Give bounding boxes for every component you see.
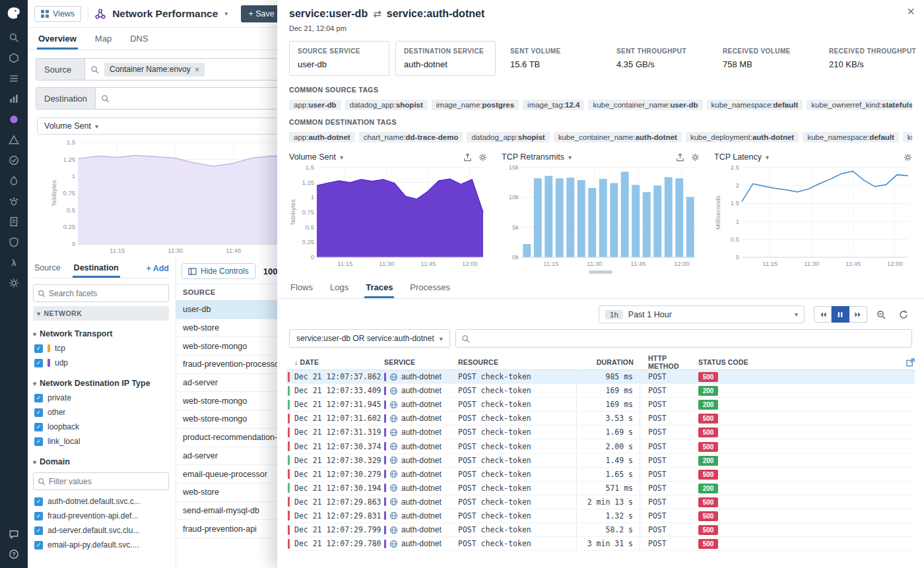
tag-pill[interactable]: app:auth-dotnet — [289, 132, 355, 142]
source-service-link[interactable]: service:user-db — [289, 8, 368, 20]
facet-tab[interactable]: Source — [33, 259, 62, 278]
filter-tag-container-name-envoy[interactable]: Container Name:envoy × — [104, 63, 205, 77]
trace-service[interactable]: auth-dotnet — [401, 442, 442, 451]
add-facet-button[interactable]: + Add — [146, 264, 169, 273]
checkbox-checked[interactable]: ✓ — [34, 497, 43, 506]
tag-pill[interactable]: kube_ownerref_kind:statefulset — [807, 100, 912, 110]
column-http-method[interactable]: HTTP METHOD — [640, 354, 698, 370]
facet-search[interactable] — [33, 284, 169, 302]
tag-pill[interactable]: image_name:postgres — [432, 100, 519, 110]
checkbox-checked[interactable]: ✓ — [34, 512, 43, 521]
trace-row[interactable]: Dec 21 12:07:30.194 auth-dotnet POST che… — [286, 482, 915, 495]
panel-tab[interactable]: Processes — [409, 276, 451, 298]
chevron-down-icon[interactable]: ▾ — [340, 154, 343, 161]
views-button[interactable]: Views — [34, 6, 81, 22]
trace-row[interactable]: Dec 21 12:07:31.602 auth-dotnet POST che… — [286, 412, 915, 426]
checkbox-checked[interactable]: ✓ — [34, 423, 43, 431]
facet-group-header[interactable]: ▾ Network Transport — [33, 329, 169, 338]
open-in-new-icon[interactable] — [906, 358, 915, 367]
facet-item[interactable]: ✓ ad-server.default.svc.clu... — [34, 523, 169, 538]
trace-service[interactable]: auth-dotnet — [401, 372, 442, 381]
chevron-down-icon[interactable]: ▾ — [766, 154, 769, 161]
tcp-latency-chart[interactable]: 2.521.510.5011:1511:3011:4512:00Millisec… — [714, 164, 912, 268]
trace-row[interactable]: Dec 21 12:07:29.831 auth-dotnet POST che… — [286, 509, 915, 523]
panel-tab[interactable]: Flows — [289, 276, 314, 298]
trace-row[interactable]: Dec 21 12:07:30.374 auth-dotnet POST che… — [286, 439, 915, 453]
volume-sent-chart[interactable]: 1.51.2510.750.50.25011:1511:3011:4512:00… — [289, 164, 487, 268]
sidebar-icon-network[interactable] — [9, 114, 19, 125]
sidebar-icon-help[interactable]: ? — [9, 549, 19, 559]
domain-filter-input[interactable] — [49, 477, 164, 486]
facet-item[interactable]: ✓ email-api-py.default.svc.... — [34, 538, 169, 552]
export-icon[interactable] — [676, 153, 684, 162]
refresh-icon[interactable] — [895, 306, 912, 323]
trace-service[interactable]: auth-dotnet — [401, 525, 442, 534]
chart-title[interactable]: TCP Latency — [714, 152, 762, 162]
sidebar-icon-settings[interactable] — [9, 278, 19, 288]
checkbox-checked[interactable]: ✓ — [34, 344, 43, 353]
trace-service[interactable]: auth-dotnet — [401, 456, 442, 465]
facet-item[interactable]: ✓ private — [34, 391, 169, 405]
overview-volume-chart[interactable]: 1.51.2510.750.50.25011:1511:3011:45Tebib… — [50, 139, 314, 255]
tag-pill[interactable]: kube_container_name:user-db — [588, 100, 702, 110]
datadog-logo[interactable] — [5, 5, 22, 22]
sidebar-icon-watchdog[interactable] — [9, 196, 19, 206]
trace-service[interactable]: auth-dotnet — [401, 470, 442, 479]
time-range-dropdown[interactable]: 1h Past 1 Hour ▾ — [599, 305, 805, 323]
checkbox-checked[interactable]: ✓ — [34, 408, 43, 417]
trace-service[interactable]: auth-dotnet — [401, 511, 442, 521]
tag-pill[interactable]: kube_namespace:default — [803, 132, 899, 142]
export-icon[interactable] — [463, 153, 472, 162]
trace-service[interactable]: auth-dotnet — [401, 427, 442, 437]
facet-group-header[interactable]: ▾ Network Destination IP Type — [33, 379, 169, 388]
close-icon[interactable]: × — [907, 5, 915, 18]
save-button[interactable]: + Save — [241, 5, 281, 22]
main-tab[interactable]: DNS — [129, 28, 149, 49]
tcp-retransmits-chart[interactable]: 15k10k5k0k11:1511:3011:4512:00 — [502, 164, 700, 268]
domain-filter[interactable] — [33, 472, 169, 490]
trace-row[interactable]: Dec 21 12:07:30.329 auth-dotnet POST che… — [286, 454, 915, 468]
trace-search-input-wrap[interactable] — [455, 329, 912, 348]
trace-row[interactable]: Dec 21 12:07:31.945 auth-dotnet POST che… — [286, 398, 915, 412]
sidebar-icon-host-map[interactable] — [9, 53, 19, 63]
checkbox-checked[interactable]: ✓ — [34, 394, 43, 402]
tag-pill[interactable]: kube_namespace:default — [707, 100, 803, 110]
checkbox-checked[interactable]: ✓ — [34, 541, 43, 550]
trace-search-input[interactable] — [474, 334, 906, 343]
tag-pill[interactable]: datadog_app:shopist — [467, 132, 549, 142]
scope-dropdown[interactable]: service:user-db OR service:auth-dotnet ▾ — [289, 329, 450, 348]
trace-service[interactable]: auth-dotnet — [401, 386, 442, 395]
trace-service[interactable]: auth-dotnet — [401, 497, 442, 507]
tag-pill[interactable]: chart_name:dd-trace-demo — [359, 132, 463, 142]
facet-item[interactable]: ✓ tcp — [34, 341, 169, 356]
facet-item[interactable]: ✓ udp — [34, 356, 169, 370]
sidebar-icon-monitors[interactable] — [9, 135, 19, 145]
checkbox-checked[interactable]: ✓ — [34, 359, 43, 367]
sidebar-icon-synthetics[interactable] — [9, 155, 19, 166]
trace-service[interactable]: auth-dotnet — [401, 414, 442, 423]
sidebar-icon-search[interactable] — [9, 32, 19, 43]
sidebar-icon-logs[interactable] — [9, 216, 19, 227]
sidebar-icon-serverless[interactable]: λ — [9, 257, 19, 268]
chevron-down-icon[interactable]: ▾ — [224, 10, 228, 17]
chevron-down-icon[interactable]: ▾ — [568, 154, 572, 161]
skip-back-button[interactable] — [814, 306, 832, 323]
facet-item[interactable]: ✓ auth-dotnet.default.svc.c... — [34, 494, 169, 509]
column-service[interactable]: SERVICE — [384, 358, 458, 366]
destination-service-link[interactable]: service:auth-dotnet — [387, 8, 484, 20]
tag-pill[interactable]: image_tag:12.4 — [523, 100, 584, 110]
panel-tab[interactable]: Logs — [329, 276, 350, 298]
panel-tab[interactable]: Traces — [364, 276, 394, 298]
main-tab[interactable]: Map — [94, 28, 113, 49]
facet-item[interactable]: ✓ link_local — [34, 434, 169, 449]
facet-item[interactable]: ✓ other — [34, 405, 169, 420]
remove-tag-icon[interactable]: × — [195, 65, 200, 75]
column-status-code[interactable]: STATUS CODE — [698, 358, 755, 366]
facet-tab[interactable]: Destination — [73, 259, 120, 278]
pause-button[interactable] — [832, 306, 849, 323]
trace-row[interactable]: Dec 21 12:07:33.409 auth-dotnet POST che… — [286, 384, 915, 398]
trace-row[interactable]: Dec 21 12:07:29.780 auth-dotnet POST che… — [286, 537, 915, 551]
tag-pill[interactable]: app:user-db — [289, 100, 341, 110]
facet-search-input[interactable] — [49, 289, 164, 298]
hide-controls-button[interactable]: Hide Controls — [182, 263, 255, 279]
